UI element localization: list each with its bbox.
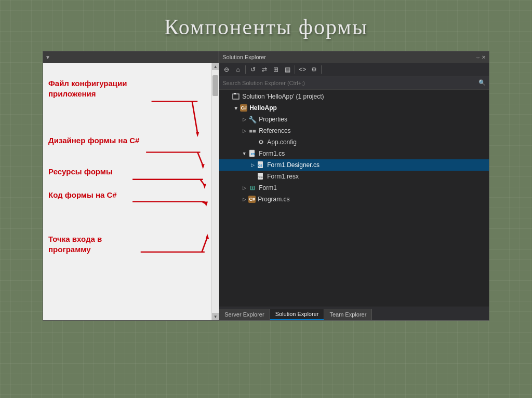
expander-appconfig[interactable] (248, 138, 257, 146)
toolbar-sep-1 (245, 65, 246, 74)
se-tree[interactable]: Solution 'HelloApp' (1 project) ▼ C# Hel… (219, 90, 489, 307)
solution-icon (232, 92, 240, 101)
svg-marker-5 (202, 164, 205, 169)
config-icon: ⚙ (257, 138, 265, 146)
tree-label-solution: Solution 'HelloApp' (1 project) (242, 93, 324, 100)
se-header-title: Solution Explorer (222, 54, 266, 60)
tree-label-form1designer: Form1.Designer.cs (267, 161, 320, 169)
svg-marker-11 (204, 202, 208, 207)
search-input[interactable] (222, 80, 478, 86)
expander-form1resx[interactable] (248, 172, 257, 181)
left-top-bar: ▼ (43, 51, 219, 63)
tree-item-form1[interactable]: ▷ ⊞ Form1 (219, 182, 489, 194)
page-title: Компоненты формы (164, 15, 368, 39)
expander-references[interactable]: ▷ (240, 127, 248, 135)
annotation-code: Код формы на С# (48, 190, 131, 200)
properties-icon: 🔧 (248, 115, 257, 123)
tree-label-properties: Properties (259, 116, 287, 123)
expander-form1cs[interactable]: ▼ (240, 149, 248, 158)
tree-label-appconfig: App.config (267, 139, 297, 146)
tree-label-form1: Form1 (259, 184, 277, 191)
tree-label-form1cs: Form1.cs (259, 150, 285, 157)
svg-text:cs: cs (251, 152, 255, 156)
svg-rect-15 (233, 94, 239, 99)
solution-explorer-panel: Solution Explorer ↔ ✕ ⊖ ⌂ ↺ ⇄ ⊞ ▤ <> ⚙ 🔍 (219, 51, 489, 320)
svg-marker-8 (203, 184, 206, 189)
svg-line-10 (202, 202, 206, 204)
svg-marker-14 (206, 234, 209, 239)
search-icon: 🔍 (478, 79, 486, 86)
left-panel: ▼ ▲ ▼ Файл конфигурации приложения Дизай… (43, 51, 219, 320)
annotations-area: Файл конфигурации приложения Дизайнер фо… (43, 63, 219, 320)
tree-item-helloapp[interactable]: ▼ C# HelloApp (219, 102, 489, 114)
tree-item-properties[interactable]: ▷ 🔧 Properties (219, 114, 489, 125)
annotation-entry-point: Точка входа в программу (48, 234, 142, 254)
se-toolbar: ⊖ ⌂ ↺ ⇄ ⊞ ▤ <> ⚙ (219, 63, 489, 76)
tree-label-form1resx: Form1.resx (267, 173, 299, 180)
form1-icon: ⊞ (248, 184, 257, 192)
se-header-left: Solution Explorer (222, 54, 266, 60)
se-header: Solution Explorer ↔ ✕ (219, 51, 489, 63)
tab-server-explorer[interactable]: Server Explorer (219, 309, 270, 320)
form1cs-icon: cs (248, 149, 257, 158)
resx-icon: resx (257, 172, 265, 181)
svg-text:resx: resx (258, 175, 263, 179)
filter-btn[interactable]: ⊞ (271, 64, 281, 75)
expander[interactable] (223, 92, 232, 101)
se-header-icons: ↔ ✕ (475, 54, 486, 60)
svg-rect-16 (234, 93, 236, 94)
tree-item-programcs[interactable]: ▷ C# Program.cs (219, 194, 489, 205)
se-search-bar[interactable]: 🔍 (219, 76, 489, 90)
annotation-resources: Ресурсы формы (48, 167, 131, 177)
close-icon[interactable]: ✕ (482, 54, 486, 60)
toolbar-sep-2 (295, 65, 295, 74)
tree-label-programcs: Program.cs (258, 196, 289, 203)
tree-item-form1cs[interactable]: ▼ cs Form1.cs (219, 148, 489, 159)
expander-helloapp[interactable]: ▼ (232, 104, 240, 112)
svg-line-1 (192, 101, 197, 133)
main-container: ▼ ▲ ▼ Файл конфигурации приложения Дизай… (43, 51, 489, 321)
sync-btn[interactable]: ⇄ (259, 64, 270, 75)
tree-item-references[interactable]: ▷ ■■ References (219, 125, 489, 136)
tree-item-appconfig[interactable]: ⚙ App.config (219, 136, 489, 148)
svg-line-13 (202, 237, 207, 252)
pin-icon[interactable]: ↔ (475, 54, 481, 60)
toolbar-sep-3 (321, 65, 322, 74)
svg-line-7 (200, 180, 204, 185)
bottom-tabs: Server Explorer Solution Explorer Team E… (219, 307, 489, 320)
back-btn[interactable]: ⊖ (221, 64, 232, 75)
tree-item-solution[interactable]: Solution 'HelloApp' (1 project) (219, 91, 489, 102)
expander-programcs[interactable]: ▷ (240, 195, 248, 203)
expander-form1[interactable]: ▷ (240, 184, 248, 192)
references-icon: ■■ (248, 127, 257, 135)
programcs-icon: C# (248, 196, 256, 203)
tab-team-explorer[interactable]: Team Explorer (324, 309, 372, 320)
csharp-icon: C# (240, 104, 247, 112)
form1designer-icon: cs (257, 161, 265, 169)
tab-solution-explorer[interactable]: Solution Explorer (270, 309, 325, 320)
svg-text:cs: cs (258, 163, 262, 167)
annotation-file-config: Файл конфигурации приложения (48, 78, 152, 99)
code-btn[interactable]: <> (297, 64, 308, 75)
refresh-btn[interactable]: ↺ (248, 64, 258, 75)
tree-label-references: References (259, 127, 290, 134)
annotation-designer: Дизайнер формы на С# (48, 135, 152, 146)
expander-form1designer[interactable]: ▷ (248, 161, 257, 169)
tree-item-form1resx[interactable]: resx Form1.resx (219, 171, 489, 182)
svg-marker-2 (196, 132, 199, 137)
collapse-btn[interactable]: ▤ (282, 64, 292, 75)
tree-item-form1designer[interactable]: ▷ cs Form1.Designer.cs (219, 159, 489, 171)
expander-properties[interactable]: ▷ (240, 115, 248, 123)
svg-line-4 (197, 152, 203, 166)
settings-btn[interactable]: ⚙ (309, 64, 319, 75)
home-btn[interactable]: ⌂ (233, 64, 243, 75)
tree-label-helloapp: HelloApp (249, 104, 277, 112)
